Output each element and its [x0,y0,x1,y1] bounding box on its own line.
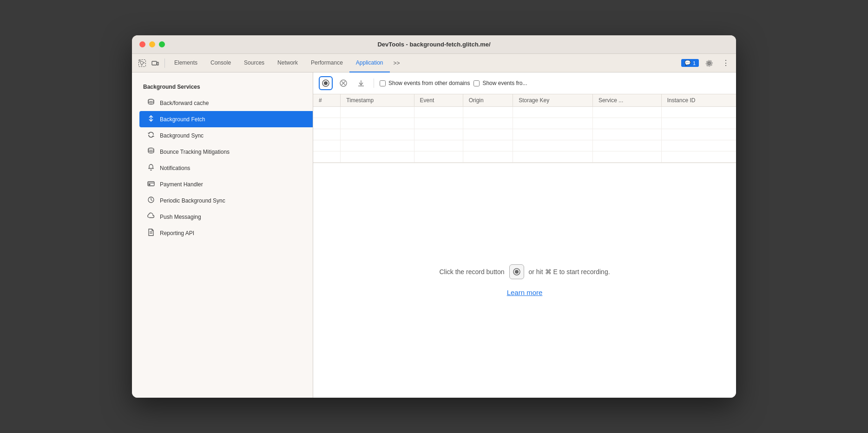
cloud-icon [147,212,155,221]
show-events-checkbox[interactable] [380,80,386,86]
sidebar-section-title: Background Services [139,80,313,95]
tabbar-right: 💬 1 ⋮ [681,57,732,70]
titlebar: DevTools - background-fetch.glitch.me/ [132,35,736,54]
show-events2-checkbox[interactable] [473,80,480,86]
col-service: Service ... [592,94,661,107]
table-row [313,129,736,140]
chat-badge[interactable]: 💬 1 [681,59,699,67]
table-row [313,140,736,151]
svg-rect-8 [149,184,150,185]
chat-icon: 💬 [684,60,691,66]
inspector-icon-button[interactable] [136,57,149,70]
tab-network[interactable]: Network [271,54,304,72]
close-button[interactable] [139,41,145,47]
content-area: Show events from other domains Show even… [313,72,736,398]
col-instanceid: Instance ID [661,94,736,107]
record-button[interactable] [319,76,333,90]
col-origin: Origin [463,94,513,107]
svg-point-5 [148,148,154,151]
sidebar-item-pushmessaging[interactable]: Push Messaging [139,209,313,225]
svg-point-19 [515,270,519,274]
fetch-icon [147,115,155,124]
instruction-text: Click the record button [439,268,504,276]
sidebar-item-bouncetracking-label: Bounce Tracking Mitigations [160,149,230,155]
show-events2-checkbox-group[interactable]: Show events fro... [473,80,527,86]
database-icon [147,98,155,107]
clock-icon [147,196,155,205]
col-timestamp: Timestamp [341,94,414,107]
sidebar-item-reportingapi[interactable]: Reporting API [139,225,313,241]
sidebar-item-backgroundfetch-label: Background Fetch [160,116,205,123]
clear-icon [339,79,348,87]
instruction-suffix: or hit ⌘ E to start recording. [529,268,610,276]
tab-sources[interactable]: Sources [237,54,271,72]
responsive-icon [151,59,159,67]
sidebar-item-backgroundfetch[interactable]: Background Fetch [139,111,313,127]
empty-state: Click the record button or hit ⌘ E to st… [313,163,736,398]
tab-divider [164,59,165,68]
sidebar-item-backgroundsync-label: Background Sync [160,132,204,139]
minimize-button[interactable] [149,41,155,47]
events-table-container: # Timestamp Event Origin Storage Key Ser… [313,94,736,163]
cursor-icon [138,59,146,67]
main-layout: Background Services Back/forward cache [132,72,736,398]
col-number: # [313,94,341,107]
sidebar-item-periodicbgsync[interactable]: Periodic Background Sync [139,192,313,209]
payment-icon [147,180,155,189]
show-events2-label: Show events fro... [482,80,527,86]
document-icon [147,229,155,237]
chat-count: 1 [693,60,696,66]
devtools-window: DevTools - background-fetch.glitch.me/ E… [132,35,736,398]
svg-point-3 [148,99,154,102]
record-icon [321,79,330,88]
toolbar-divider [374,79,374,88]
tabbar: Elements Console Sources Network Perform… [132,54,736,72]
sidebar-item-backgroundsync[interactable]: Background Sync [139,127,313,144]
toolbar: Show events from other domains Show even… [313,72,736,94]
window-controls [139,41,165,47]
col-event: Event [414,94,463,107]
svg-point-13 [324,81,328,85]
settings-button[interactable] [703,57,716,70]
sidebar-item-bouncetracking[interactable]: Bounce Tracking Mitigations [139,144,313,160]
sidebar-item-paymenthandler-label: Payment Handler [160,181,203,188]
sidebar-item-paymenthandler[interactable]: Payment Handler [139,176,313,192]
clear-button[interactable] [336,76,350,90]
table-row [313,107,736,118]
events-table: # Timestamp Event Origin Storage Key Ser… [313,94,736,163]
show-events-checkbox-group[interactable]: Show events from other domains [380,80,470,86]
database2-icon [147,147,155,156]
inline-record-svg [512,267,521,276]
sidebar-item-periodicbgsync-label: Periodic Background Sync [160,197,225,204]
learn-more-link[interactable]: Learn more [507,289,543,296]
sidebar: Background Services Back/forward cache [132,72,313,398]
show-events-label: Show events from other domains [388,80,470,86]
sync-icon [147,131,155,140]
tab-performance[interactable]: Performance [304,54,349,72]
maximize-button[interactable] [159,41,165,47]
table-row [313,118,736,129]
tab-application[interactable]: Application [349,54,390,72]
tab-elements[interactable]: Elements [168,54,204,72]
sidebar-item-notifications[interactable]: Notifications [139,160,313,176]
window-title: DevTools - background-fetch.glitch.me/ [377,41,490,48]
tab-console[interactable]: Console [204,54,237,72]
sidebar-item-pushmessaging-label: Push Messaging [160,214,201,220]
record-instruction: Click the record button or hit ⌘ E to st… [439,264,610,279]
sidebar-item-reportingapi-label: Reporting API [160,230,194,236]
svg-rect-1 [152,61,157,65]
gear-icon [705,59,713,67]
bell-icon [147,164,155,172]
sidebar-item-backforward-label: Back/forward cache [160,100,209,106]
download-icon [357,79,365,87]
svg-rect-6 [148,182,154,186]
svg-rect-2 [157,62,158,65]
sidebar-item-backforward[interactable]: Back/forward cache [139,95,313,111]
table-row [313,151,736,163]
download-button[interactable] [354,76,368,90]
sidebar-item-notifications-label: Notifications [160,165,190,171]
more-tabs-button[interactable]: >> [390,60,404,66]
col-storagekey: Storage Key [513,94,593,107]
device-toggle-button[interactable] [149,57,162,70]
more-options-button[interactable]: ⋮ [719,57,732,70]
